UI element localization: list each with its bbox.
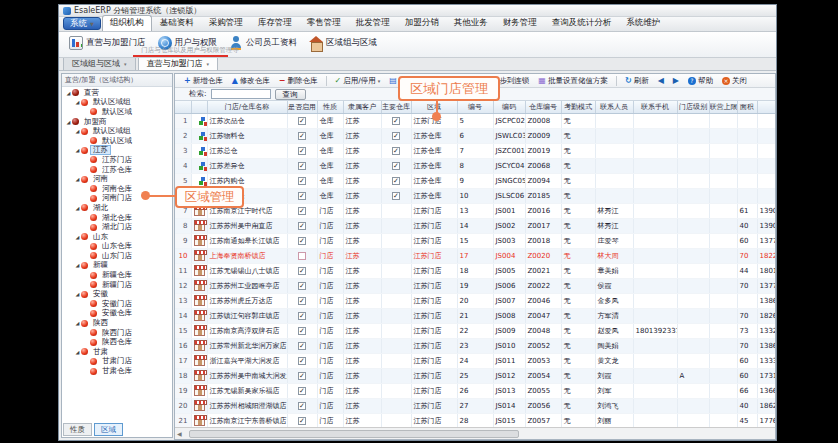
table-row[interactable]: 21江苏南京江宁东善桥镇店✓门店江苏江苏门店28JS015Z0057无刘丽451… xyxy=(175,413,775,427)
menu-item-系统维护[interactable]: 系统维护 xyxy=(619,16,667,31)
enabled-checkbox[interactable]: ✓ xyxy=(298,132,306,140)
col-header-no[interactable]: 编号 xyxy=(457,101,493,113)
tree-node-直营[interactable]: ◢直营 xyxy=(62,88,172,98)
expand-icon[interactable]: ◢ xyxy=(74,147,81,153)
tree-node-河南[interactable]: ◢河南 xyxy=(62,174,172,184)
tree-node-甘肃[interactable]: ◢甘肃 xyxy=(62,347,172,357)
table-row[interactable]: 16江苏常州新北华润万家店✓门店江苏江苏门店23JS010Z0052无陶美娟70… xyxy=(175,338,775,353)
expand-icon[interactable]: ◢ xyxy=(74,176,81,182)
table-row[interactable]: 12江苏苏州工业园唯亭店✓门店江苏江苏门店19JS006Z0022无侯霞7013… xyxy=(175,278,775,293)
table-row[interactable]: 7江苏南京江宁时代店✓门店江苏江苏门店13JS001Z0016无林秀江61139… xyxy=(175,203,775,218)
enabled-checkbox[interactable]: ✓ xyxy=(298,117,306,125)
tree-node-陕西门店[interactable]: 陕西门店 xyxy=(62,328,172,338)
expand-icon[interactable]: ◢ xyxy=(74,128,81,134)
expand-icon[interactable]: ◢ xyxy=(74,205,81,211)
tree-node-山东仓库[interactable]: 山东仓库 xyxy=(62,242,172,252)
col-header-contact[interactable]: 联系人员 xyxy=(595,101,633,113)
table-row[interactable]: 18江苏苏州吴中南城大润发店✓门店江苏江苏门店25JS012Z0054无刘霞A6… xyxy=(175,368,775,383)
expand-icon[interactable]: ◢ xyxy=(74,262,81,268)
col-header-level[interactable]: 门店级别 xyxy=(677,101,709,113)
enabled-checkbox[interactable]: ✓ xyxy=(298,267,306,275)
tree-node-安徽门店[interactable]: 安徽门店 xyxy=(62,299,172,309)
col-header-main[interactable]: 主要仓库 xyxy=(381,101,411,113)
tree-node-甘肃仓库[interactable]: 甘肃仓库 xyxy=(62,366,172,376)
col-header-seq[interactable] xyxy=(175,101,191,113)
menu-item-其他业务[interactable]: 其他业务 xyxy=(447,16,495,31)
expand-icon[interactable]: ◢ xyxy=(65,119,72,125)
col-header-name[interactable]: 门店/仓库名称 xyxy=(207,101,287,113)
enabled-checkbox[interactable]: ✓ xyxy=(298,177,306,185)
col-header-phone[interactable]: 电话 xyxy=(757,101,775,113)
col-header-mobile[interactable]: 联系手机 xyxy=(633,101,677,113)
expand-icon[interactable]: ◢ xyxy=(74,291,81,297)
tree-node-甘肃门店[interactable]: 甘肃门店 xyxy=(62,357,172,367)
col-header-nature[interactable]: 性质 xyxy=(317,101,343,113)
main-warehouse-checkbox[interactable]: ✓ xyxy=(392,177,400,185)
main-warehouse-checkbox[interactable]: ✓ xyxy=(392,132,400,140)
sidebar-tab-区域[interactable]: 区域 xyxy=(94,423,123,436)
enabled-checkbox[interactable]: ✓ xyxy=(298,207,306,215)
table-row[interactable]: 11江苏无锡锡山八士镇店✓门店江苏江苏门店18JS005Z0021无章美娟441… xyxy=(175,263,775,278)
tree-node-江苏[interactable]: ◢江苏 xyxy=(62,146,172,156)
tree-node-湖北[interactable]: ◢湖北 xyxy=(62,203,172,213)
tree-node-江苏门店[interactable]: 江苏门店 xyxy=(62,155,172,165)
menu-item-财务管理[interactable]: 财务管理 xyxy=(496,16,544,31)
enabled-checkbox[interactable]: ✓ xyxy=(298,162,306,170)
tree-node-加盟商[interactable]: ◢加盟商 xyxy=(62,117,172,127)
toolbar-button-next[interactable]: ▶ xyxy=(669,77,683,85)
table-row[interactable]: 6江苏零食仓✓仓库江苏✓江苏仓库10JSLSC06Z0185无 xyxy=(175,188,775,203)
tree-node-湖北门店[interactable]: 湖北门店 xyxy=(62,222,172,232)
ribbon-button-区域组与区域[interactable]: 区域组与区域 xyxy=(305,34,385,52)
tree-node-安徽仓库[interactable]: 安徽仓库 xyxy=(62,309,172,319)
tree-node-河南仓库[interactable]: 河南仓库 xyxy=(62,184,172,194)
tree-node-默认区域[interactable]: 默认区域 xyxy=(62,136,172,146)
enabled-checkbox[interactable]: ✓ xyxy=(298,222,306,230)
table-row[interactable]: 1江苏次品仓✓仓库江苏✓江苏门店5JSCPC02Z0008无 xyxy=(175,113,775,128)
tree-node-湖北仓库[interactable]: 湖北仓库 xyxy=(62,213,172,223)
tree-node-新疆仓库[interactable]: 新疆仓库 xyxy=(62,270,172,280)
scrollbar-thumb[interactable] xyxy=(189,430,519,438)
menu-item-基础资料[interactable]: 基础资料 xyxy=(153,16,201,31)
expand-icon[interactable]: ◢ xyxy=(65,90,72,96)
enabled-checkbox[interactable]: ✓ xyxy=(298,192,306,200)
col-header-area[interactable]: 面积 xyxy=(737,101,757,113)
tree-node-默认区域组[interactable]: ◢默认区域组 xyxy=(62,98,172,108)
tree-node-新疆[interactable]: ◢新疆 xyxy=(62,261,172,271)
tree-node-新疆门店[interactable]: 新疆门店 xyxy=(62,280,172,290)
table-row[interactable]: 14江苏镇江句容郭庄镇店✓门店江苏江苏门店21JS008Z0047无方军清701… xyxy=(175,308,775,323)
toolbar-button-同步到连锁[interactable]: ●同步到连锁 xyxy=(479,76,533,86)
tree-node-安徽[interactable]: ◢安徽 xyxy=(62,289,172,299)
expand-icon[interactable]: ◢ xyxy=(74,99,81,105)
main-warehouse-checkbox[interactable]: ✓ xyxy=(392,147,400,155)
enabled-checkbox[interactable]: ✓ xyxy=(298,387,306,395)
table-row[interactable]: 13江苏苏州虎丘万达店✓门店江苏江苏门店20JS007Z0046无金多凤1386… xyxy=(175,293,775,308)
table-row[interactable]: 19江苏无锡新吴家乐福店✓门店江苏江苏门店26JS013Z0055无刘军6613… xyxy=(175,383,775,398)
menu-item-库存管理[interactable]: 库存管理 xyxy=(251,16,299,31)
toolbar-button-同步到网店[interactable]: ●同步到网店▾ xyxy=(419,76,478,86)
enabled-checkbox[interactable]: ✓ xyxy=(298,237,306,245)
menu-item-加盟分销[interactable]: 加盟分销 xyxy=(398,16,446,31)
tree-node-陕西[interactable]: ◢陕西 xyxy=(62,318,172,328)
enabled-checkbox[interactable]: ✓ xyxy=(298,282,306,290)
tree-node-江苏仓库[interactable]: 江苏仓库 xyxy=(62,165,172,175)
main-warehouse-checkbox[interactable]: ✓ xyxy=(392,192,400,200)
col-header-code[interactable]: 编码 xyxy=(493,101,525,113)
enabled-checkbox[interactable] xyxy=(298,252,306,260)
table-row[interactable]: 10上海奉贤南桥镇店门店江苏江苏门店17JS004Z0020无林大周701822… xyxy=(175,248,775,263)
table-row[interactable]: 3江苏总仓✓仓库江苏✓江苏仓库7JSZC001Z0019无 xyxy=(175,143,775,158)
sidebar-tab-性质[interactable]: 性质 xyxy=(63,423,92,436)
table-row[interactable]: 5江苏内购仓✓仓库江苏✓江苏仓库9JSNGC05Z0094无 xyxy=(175,173,775,188)
toolbar-button-复制[interactable]: ▤复制 xyxy=(385,76,418,86)
table-row[interactable]: 20江苏苏州相城阳澄湖镇店✓门店江苏江苏门店27JS014Z0056无刘鸿飞40… xyxy=(175,398,775,413)
system-menu-button[interactable]: 系统 ▼ xyxy=(63,17,101,30)
enabled-checkbox[interactable]: ✓ xyxy=(298,327,306,335)
toolbar-button-关闭[interactable]: ×关闭 xyxy=(718,76,751,86)
table-row[interactable]: 2江苏物料仓✓仓库江苏✓江苏仓库6JSWLC03Z0009无 xyxy=(175,128,775,143)
col-header-cap[interactable]: 联营上限 xyxy=(709,101,737,113)
tree-node-山东门店[interactable]: 山东门店 xyxy=(62,251,172,261)
query-button[interactable]: 查询 xyxy=(275,89,306,100)
enabled-checkbox[interactable]: ✓ xyxy=(298,312,306,320)
tree-node-默认区域组[interactable]: ◢默认区域组 xyxy=(62,126,172,136)
expand-icon[interactable]: ◢ xyxy=(74,320,81,326)
toolbar-button-prev[interactable]: ◀ xyxy=(654,77,668,85)
